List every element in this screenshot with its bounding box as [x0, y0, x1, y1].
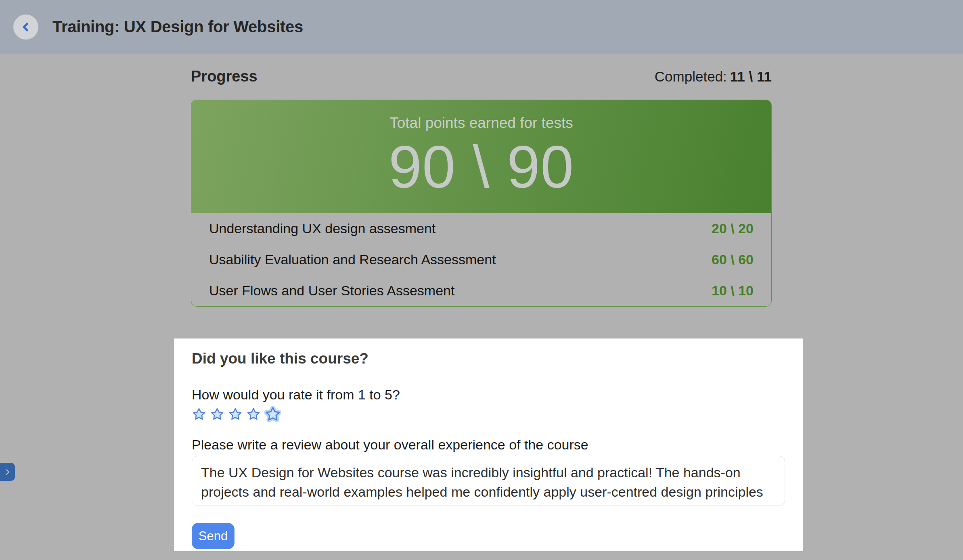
completed-label: Completed:	[655, 69, 727, 84]
test-name: Understanding UX design assesment	[209, 221, 435, 236]
progress-header-row: Progress Completed:11 \ 11	[191, 68, 772, 86]
send-button[interactable]: Send	[192, 523, 234, 549]
star-rating	[192, 406, 785, 423]
review-textarea[interactable]: The UX Design for Websites course was in…	[192, 456, 785, 506]
star-icon[interactable]	[192, 407, 206, 422]
app-header: Training: UX Design for Websites	[0, 0, 963, 54]
test-list: Understanding UX design assesment 20 \ 2…	[191, 213, 771, 306]
progress-section: Progress Completed:11 \ 11 Total points …	[191, 68, 772, 307]
progress-heading: Progress	[191, 68, 257, 85]
back-button[interactable]	[13, 15, 38, 40]
test-row: User Flows and User Stories Assesment 10…	[191, 275, 771, 306]
star-icon[interactable]	[246, 407, 261, 422]
review-prompt-label: Please write a review about your overall…	[192, 437, 785, 453]
chevron-left-icon	[20, 21, 32, 33]
completed-value: 11 \ 11	[730, 69, 772, 84]
star-icon[interactable]	[264, 406, 281, 423]
total-points-banner: Total points earned for tests 90 \ 90	[191, 100, 771, 213]
test-row: Usability Evaluation and Research Assess…	[191, 244, 771, 275]
sidebar-expand-tab[interactable]	[0, 463, 15, 481]
test-row: Understanding UX design assesment 20 \ 2…	[191, 213, 771, 244]
star-icon[interactable]	[210, 407, 224, 422]
completed-counter: Completed:11 \ 11	[655, 69, 772, 85]
test-score: 60 \ 60	[712, 252, 754, 267]
total-points-value: 90 \ 90	[389, 136, 574, 198]
progress-card: Total points earned for tests 90 \ 90 Un…	[191, 100, 772, 307]
chevron-right-icon	[3, 468, 12, 476]
test-score: 20 \ 20	[712, 221, 754, 236]
page-title: Training: UX Design for Websites	[52, 18, 303, 36]
feedback-heading: Did you like this course?	[192, 350, 785, 368]
test-name: Usability Evaluation and Research Assess…	[209, 252, 496, 267]
total-points-label: Total points earned for tests	[389, 115, 573, 132]
star-icon[interactable]	[228, 407, 243, 422]
feedback-card: Did you like this course? How would you …	[174, 339, 803, 551]
test-name: User Flows and User Stories Assesment	[209, 283, 454, 299]
test-score: 10 \ 10	[712, 283, 754, 299]
rate-question-label: How would you rate it from 1 to 5?	[192, 387, 785, 403]
